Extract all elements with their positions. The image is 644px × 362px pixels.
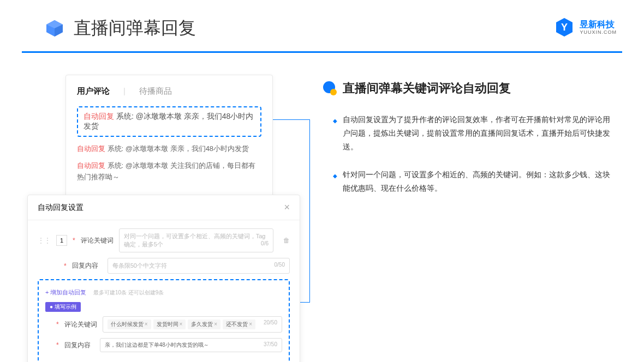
bullet-text: 针对同一个问题，可设置多个相近的、高频的关键词。例如：这款多少钱、这块能优惠吗、… xyxy=(343,168,617,195)
keyword-label: 评论关键词 xyxy=(81,236,114,245)
required-icon: * xyxy=(64,262,67,270)
bubble-icon xyxy=(322,81,337,96)
comment-row: 自动回复 系统: @冰墩墩本墩 亲亲，我们48小时内发货 xyxy=(77,143,261,155)
auto-reply-label: 自动回复 xyxy=(84,112,114,120)
cube-icon xyxy=(44,17,65,39)
highlighted-comment: 自动回复 系统: @冰墩墩本墩 亲亲，我们48小时内发货 xyxy=(77,106,261,137)
keyword-label: 评论关键词 xyxy=(64,320,97,329)
settings-modal: 自动回复设置 × ⋮⋮ 1 * 评论关键词 对同一个问题，可设置多个相近、高频的… xyxy=(27,195,300,362)
tag-chip[interactable]: 什么时候发货 xyxy=(108,319,151,329)
char-count: 0/6 xyxy=(261,240,269,246)
example-section: + 增加自动回复 最多可建10条 还可以创建9条 ● 填写示例 * 评论关键词 … xyxy=(38,279,290,362)
required-icon: * xyxy=(56,341,59,349)
comment-row: 自动回复 系统: @冰墩墩本墩 关注我们的店铺，每日都有热门推荐呦～ xyxy=(77,160,261,183)
example-badge: ● 填写示例 xyxy=(45,302,81,312)
bullet-text: 自动回复设置为了提升作者的评论回复效率，作者可在开播前针对常见的评论用户问题，提… xyxy=(343,113,617,154)
char-count: 0/50 xyxy=(275,262,285,268)
tag-chip[interactable]: 发货时间 xyxy=(153,319,186,329)
comment-text: 系统: @冰墩墩本墩 亲亲，我们48小时内发货 xyxy=(105,144,249,153)
tab-pending-goods[interactable]: 待播商品 xyxy=(139,86,172,96)
drag-handle-icon[interactable]: ⋮⋮ xyxy=(38,237,51,244)
auto-reply-label: 自动回复 xyxy=(77,144,105,153)
example-keyword-input[interactable]: 什么时候发货发货时间多久发货还不发货 20/50 xyxy=(103,316,282,333)
reply-input[interactable]: 每条限50个中文字符0/50 xyxy=(108,258,290,274)
char-count: 37/50 xyxy=(264,341,277,347)
delete-icon[interactable]: 🗑 xyxy=(283,237,290,244)
brand-name-cn: 昱新科技 xyxy=(580,20,617,29)
page-title: 直播间弹幕回复 xyxy=(74,16,196,40)
auto-reply-label: 自动回复 xyxy=(77,161,105,170)
tab-user-comments[interactable]: 用户评论 xyxy=(77,86,110,96)
svg-text:Y: Y xyxy=(561,22,568,33)
keyword-input[interactable]: 对同一个问题，可设置多个相近、高频的关键词，Tag确定，最多5个0/6 xyxy=(119,228,273,252)
svg-point-2 xyxy=(330,89,337,95)
required-icon: * xyxy=(73,237,75,244)
comments-card: 用户评论 | 待播商品 自动回复 系统: @冰墩墩本墩 亲亲，我们48小时内发货… xyxy=(65,75,273,200)
diamond-icon: ◆ xyxy=(333,171,337,195)
tab-divider: | xyxy=(123,86,126,96)
brand-name-en: YUUXIN.COM xyxy=(580,29,617,35)
sequence-number: 1 xyxy=(56,235,67,246)
reply-label: 回复内容 xyxy=(72,261,102,270)
example-reply-input[interactable]: 亲，我们这边都是下单48小时内发货的哦～ 37/50 xyxy=(100,338,282,352)
close-icon[interactable]: × xyxy=(284,202,290,213)
diamond-icon: ◆ xyxy=(333,116,337,154)
modal-title: 自动回复设置 xyxy=(38,203,84,213)
char-count: 20/50 xyxy=(264,319,277,325)
tag-chip[interactable]: 还不发货 xyxy=(223,319,255,329)
add-reply-link[interactable]: + 增加自动回复 xyxy=(45,289,86,295)
brand-icon: Y xyxy=(553,16,575,38)
required-icon: * xyxy=(56,321,59,328)
section-title: 直播间弹幕关键词评论自动回复 xyxy=(343,80,511,96)
reply-label: 回复内容 xyxy=(64,341,94,350)
add-hint: 最多可建10条 还可以创建9条 xyxy=(93,289,164,295)
brand-logo: Y 昱新科技 YUUXIN.COM xyxy=(553,16,617,38)
tag-chip[interactable]: 多久发货 xyxy=(188,319,220,329)
